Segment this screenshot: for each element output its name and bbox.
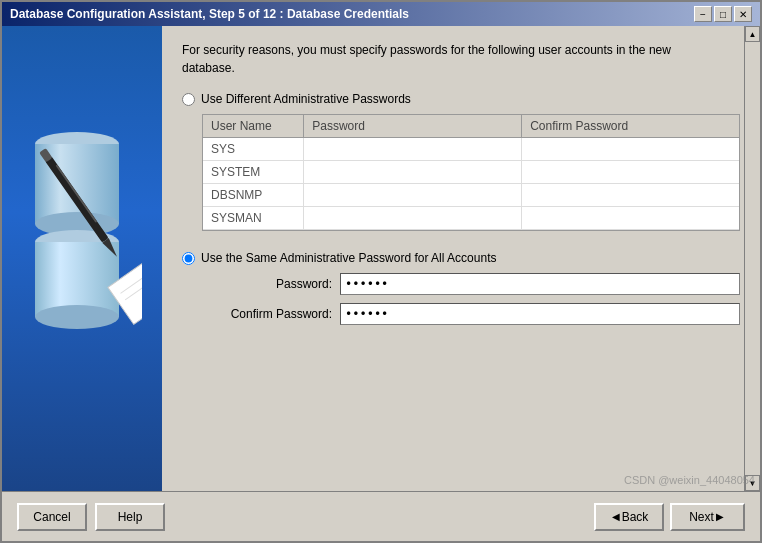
table-row: SYSMAN bbox=[203, 207, 739, 230]
radio-different-label[interactable]: Use Different Administrative Passwords bbox=[201, 92, 411, 106]
svg-point-5 bbox=[35, 305, 119, 329]
table-row: SYSTEM bbox=[203, 161, 739, 184]
cell-user-2: DBSNMP bbox=[203, 184, 304, 207]
password-input[interactable] bbox=[340, 273, 740, 295]
cell-pass-2[interactable] bbox=[304, 184, 522, 207]
window-controls: − □ ✕ bbox=[694, 6, 752, 22]
restore-button[interactable]: □ bbox=[714, 6, 732, 22]
confirm-row: Confirm Password: bbox=[202, 303, 740, 325]
table-header-row: User Name Password Confirm Password bbox=[203, 115, 739, 138]
user-password-table: User Name Password Confirm Password SYS … bbox=[203, 115, 739, 230]
intro-line2: database. bbox=[182, 61, 235, 75]
table-row: DBSNMP bbox=[203, 184, 739, 207]
radio-different-passwords[interactable]: Use Different Administrative Passwords bbox=[182, 92, 740, 106]
watermark: CSDN @weixin_44048054 bbox=[624, 474, 755, 486]
next-label: Next bbox=[689, 510, 714, 524]
left-panel bbox=[2, 26, 162, 491]
col-password: Password bbox=[304, 115, 522, 138]
scroll-up[interactable]: ▲ bbox=[745, 26, 760, 42]
content-area: For security reasons, you must specify p… bbox=[2, 26, 760, 491]
cell-confirm-0[interactable] bbox=[522, 138, 739, 161]
back-button[interactable]: ◀ Back bbox=[594, 503, 664, 531]
password-row: Password: bbox=[202, 273, 740, 295]
next-arrow: ▶ bbox=[716, 511, 724, 522]
cell-user-1: SYSTEM bbox=[203, 161, 304, 184]
radio-same-passwords[interactable]: Use the Same Administrative Password for… bbox=[182, 251, 740, 265]
cell-pass-1[interactable] bbox=[304, 161, 522, 184]
cell-confirm-1[interactable] bbox=[522, 161, 739, 184]
password-table-container: User Name Password Confirm Password SYS … bbox=[202, 114, 740, 231]
main-window: Database Configuration Assistant, Step 5… bbox=[0, 0, 762, 543]
help-button[interactable]: Help bbox=[95, 503, 165, 531]
bottom-left-buttons: Cancel Help bbox=[17, 503, 594, 531]
radio-different-input[interactable] bbox=[182, 93, 195, 106]
cell-user-3: SYSMAN bbox=[203, 207, 304, 230]
cancel-button[interactable]: Cancel bbox=[17, 503, 87, 531]
col-confirm: Confirm Password bbox=[522, 115, 739, 138]
col-username: User Name bbox=[203, 115, 304, 138]
confirm-label: Confirm Password: bbox=[202, 307, 332, 321]
confirm-input[interactable] bbox=[340, 303, 740, 325]
cell-user-0: SYS bbox=[203, 138, 304, 161]
title-bar: Database Configuration Assistant, Step 5… bbox=[2, 2, 760, 26]
window-title: Database Configuration Assistant, Step 5… bbox=[10, 7, 409, 21]
same-password-section: Use the Same Administrative Password for… bbox=[182, 251, 740, 333]
right-panel: For security reasons, you must specify p… bbox=[162, 26, 760, 491]
db-svg bbox=[22, 84, 142, 434]
illustration bbox=[17, 59, 147, 459]
cell-pass-3[interactable] bbox=[304, 207, 522, 230]
bottom-bar: Cancel Help ◀ Back Next ▶ bbox=[2, 491, 760, 541]
next-button[interactable]: Next ▶ bbox=[670, 503, 745, 531]
bottom-right-buttons: ◀ Back Next ▶ bbox=[594, 503, 745, 531]
password-label: Password: bbox=[202, 277, 332, 291]
intro-text: For security reasons, you must specify p… bbox=[182, 41, 740, 77]
cell-pass-0[interactable] bbox=[304, 138, 522, 161]
minimize-button[interactable]: − bbox=[694, 6, 712, 22]
table-row: SYS bbox=[203, 138, 739, 161]
cell-confirm-2[interactable] bbox=[522, 184, 739, 207]
back-arrow: ◀ bbox=[612, 511, 620, 522]
cell-confirm-3[interactable] bbox=[522, 207, 739, 230]
radio-same-input[interactable] bbox=[182, 252, 195, 265]
close-button[interactable]: ✕ bbox=[734, 6, 752, 22]
radio-same-label[interactable]: Use the Same Administrative Password for… bbox=[201, 251, 496, 265]
scrollbar[interactable]: ▲ ▼ bbox=[744, 26, 760, 491]
table-body: SYS SYSTEM DBSNMP SYSMAN bbox=[203, 138, 739, 230]
db-art bbox=[22, 84, 142, 434]
back-label: Back bbox=[622, 510, 649, 524]
intro-line1: For security reasons, you must specify p… bbox=[182, 43, 671, 57]
